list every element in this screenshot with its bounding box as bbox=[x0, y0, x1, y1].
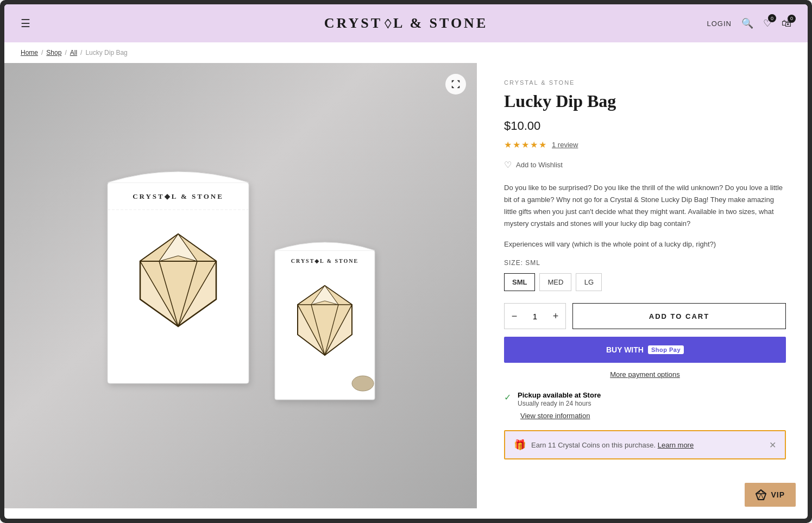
size-med-button[interactable]: MED bbox=[539, 273, 571, 291]
large-bag-svg: CRYST◆L & STONE bbox=[102, 150, 254, 400]
quantity-cart-row: − 1 + ADD TO CART bbox=[504, 303, 786, 329]
login-link[interactable]: LOGIN bbox=[707, 20, 732, 28]
coins-text: Earn 11 Crystal Coins on this purchase. … bbox=[531, 441, 694, 449]
svg-marker-24 bbox=[756, 490, 766, 500]
add-to-cart-button[interactable]: ADD TO CART bbox=[572, 303, 786, 329]
small-bag-svg: CRYST◆L & STONE bbox=[270, 226, 379, 411]
pickup-store: Pickup available at Store bbox=[518, 391, 601, 399]
coins-learn-more-link[interactable]: Learn more bbox=[658, 441, 694, 449]
coins-inner: 🎁 Earn 11 Crystal Coins on this purchase… bbox=[514, 439, 694, 451]
buy-now-button[interactable]: BUY WITH Shop Pay bbox=[504, 337, 786, 363]
search-icon[interactable]: 🔍 bbox=[741, 17, 753, 29]
vendor-label: CRYSTAL & STONE bbox=[504, 79, 786, 86]
review-count[interactable]: 1 review bbox=[552, 141, 578, 149]
store-info-link[interactable]: View store information bbox=[520, 412, 590, 420]
wishlist-label: Add to Wishlist bbox=[516, 161, 563, 169]
product-bags-illustration: CRYST◆L & STONE bbox=[102, 150, 379, 421]
vip-diamond-icon bbox=[756, 489, 766, 500]
wishlist-badge: 0 bbox=[768, 14, 776, 22]
breadcrumb-sep-3: / bbox=[80, 49, 82, 56]
star-rating: ★★★★★ bbox=[504, 140, 547, 150]
product-image-column: CRYST◆L & STONE bbox=[4, 63, 477, 508]
main-content: CRYST◆L & STONE bbox=[4, 63, 808, 508]
breadcrumb-sep-1: / bbox=[41, 49, 43, 56]
product-title: Lucky Dip Bag bbox=[504, 91, 786, 111]
size-options: SML MED LG bbox=[504, 273, 786, 291]
breadcrumb-sep-2: / bbox=[65, 49, 66, 56]
cart-icon[interactable]: 🛍 0 bbox=[782, 18, 791, 29]
wishlist-row[interactable]: ♡ Add to Wishlist bbox=[504, 160, 786, 170]
more-payment-row: More payment options bbox=[504, 369, 786, 379]
site-header: ☰ CRYSTL & STONE LOGIN 🔍 ♡ 0 🛍 0 bbox=[4, 4, 808, 42]
breadcrumb-all[interactable]: All bbox=[70, 49, 77, 56]
svg-line-26 bbox=[758, 494, 761, 500]
zoom-icon bbox=[451, 80, 460, 89]
quantity-control: − 1 + bbox=[504, 303, 566, 329]
header-center: CRYSTL & STONE bbox=[324, 15, 488, 31]
store-info-row: View store information bbox=[520, 411, 786, 420]
product-image-background: CRYST◆L & STONE bbox=[4, 63, 477, 508]
svg-point-23 bbox=[352, 376, 374, 391]
logo-crystal-icon bbox=[383, 19, 392, 30]
product-details-column: CRYSTAL & STONE Lucky Dip Bag $10.00 ★★★… bbox=[477, 63, 808, 508]
product-description-2: Experiences will vary (which is the whol… bbox=[504, 238, 786, 250]
shop-pay-logo: Shop Pay bbox=[648, 345, 684, 354]
rating-row: ★★★★★ 1 review bbox=[504, 140, 786, 150]
svg-text:CRYST◆L & STONE: CRYST◆L & STONE bbox=[133, 192, 224, 200]
coins-banner: 🎁 Earn 11 Crystal Coins on this purchase… bbox=[504, 430, 786, 459]
quantity-increase-button[interactable]: + bbox=[546, 304, 565, 329]
header-left: ☰ bbox=[21, 17, 30, 30]
breadcrumb-current: Lucky Dip Bag bbox=[85, 49, 127, 56]
wishlist-icon[interactable]: ♡ 0 bbox=[763, 17, 772, 29]
product-price: $10.00 bbox=[504, 119, 786, 133]
vip-label: VIP bbox=[771, 490, 785, 499]
heart-icon: ♡ bbox=[504, 160, 512, 170]
breadcrumb-home[interactable]: Home bbox=[21, 49, 38, 56]
coins-close-button[interactable]: ✕ bbox=[769, 440, 776, 450]
breadcrumb-shop[interactable]: Shop bbox=[46, 49, 61, 56]
quantity-input[interactable]: 1 bbox=[524, 312, 546, 321]
hamburger-icon[interactable]: ☰ bbox=[21, 17, 30, 30]
size-lg-button[interactable]: LG bbox=[576, 273, 602, 291]
breadcrumb: Home / Shop / All / Lucky Dip Bag bbox=[4, 42, 808, 63]
pickup-time: Usually ready in 24 hours bbox=[518, 400, 591, 407]
quantity-decrease-button[interactable]: − bbox=[505, 304, 524, 329]
cart-badge: 0 bbox=[788, 15, 796, 23]
more-payment-link[interactable]: More payment options bbox=[610, 370, 680, 379]
header-right: LOGIN 🔍 ♡ 0 🛍 0 bbox=[707, 17, 791, 29]
site-logo: CRYSTL & STONE bbox=[324, 15, 488, 31]
gift-icon: 🎁 bbox=[514, 439, 526, 451]
zoom-button[interactable] bbox=[445, 74, 466, 94]
buy-now-text: BUY WITH bbox=[606, 345, 644, 354]
svg-line-27 bbox=[761, 494, 764, 500]
size-label: SIZE: SML bbox=[504, 259, 786, 267]
pickup-row: ✓ Pickup available at Store Usually read… bbox=[504, 391, 786, 407]
pickup-text: Pickup available at Store Usually ready … bbox=[518, 391, 601, 407]
size-sml-button[interactable]: SML bbox=[504, 273, 535, 291]
svg-text:CRYST◆L & STONE: CRYST◆L & STONE bbox=[291, 258, 358, 264]
product-description-1: Do you like to be surprised? Do you like… bbox=[504, 182, 786, 230]
checkmark-icon: ✓ bbox=[504, 392, 511, 402]
vip-button[interactable]: VIP bbox=[745, 483, 796, 507]
